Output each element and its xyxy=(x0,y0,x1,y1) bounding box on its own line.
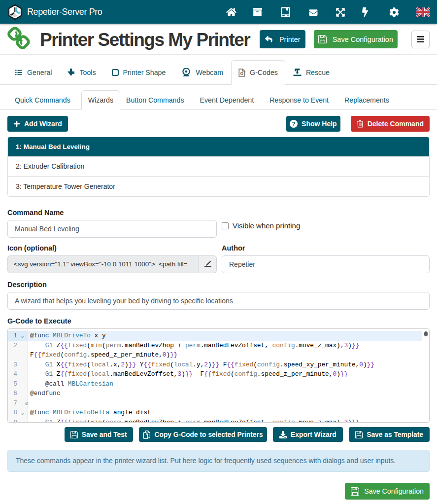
svg-text:G: G xyxy=(240,71,244,76)
